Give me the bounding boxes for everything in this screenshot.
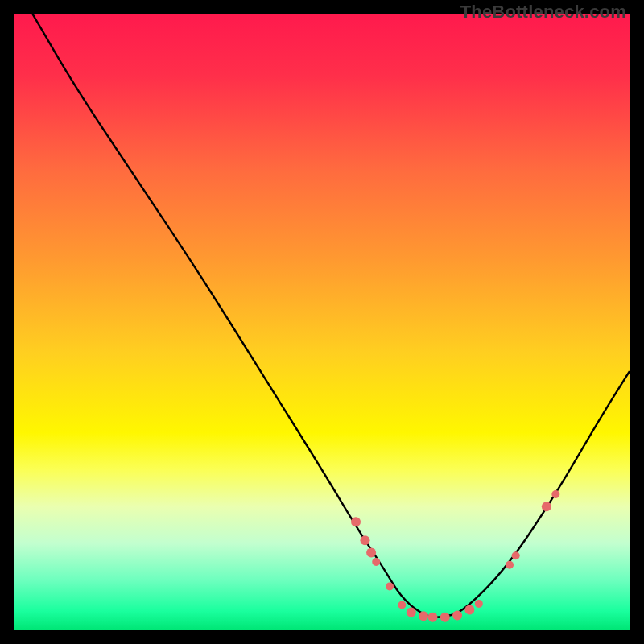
marker-dot: [372, 558, 380, 566]
marker-dot: [386, 583, 394, 591]
marker-dot: [512, 551, 520, 559]
marker-dot: [551, 490, 559, 498]
marker-dot: [360, 535, 369, 545]
marker-dot: [407, 608, 416, 617]
marker-dot: [506, 561, 514, 569]
marker-dot: [542, 502, 551, 511]
marker-dot: [419, 611, 428, 621]
marker-dot: [475, 600, 483, 608]
marker-dot: [398, 601, 406, 609]
marker-dot: [351, 517, 361, 526]
marker-dot: [366, 548, 376, 558]
marker-dot: [440, 613, 450, 622]
marker-dot: [452, 610, 462, 620]
gradient-background: [14, 14, 630, 630]
marker-dot: [428, 613, 438, 622]
marker-dot: [464, 605, 474, 615]
bottleneck-chart: [14, 14, 630, 630]
watermark-text: TheBottleneck.com: [460, 2, 626, 23]
plot-area: [14, 14, 630, 630]
